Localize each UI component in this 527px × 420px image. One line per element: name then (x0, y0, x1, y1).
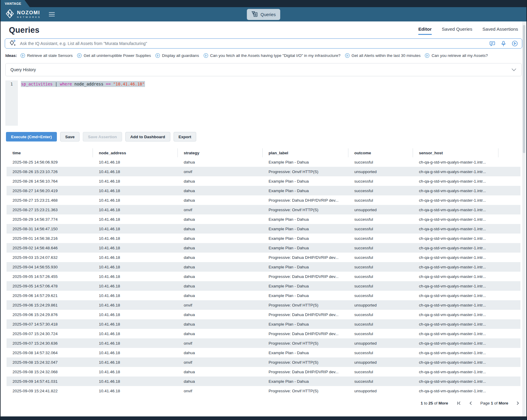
table-cell-node_address: 10.41.46.18 (93, 255, 178, 260)
table-row[interactable]: 2025-08-27 14:56:20.41910.41.46.18dahuaE… (7, 186, 520, 195)
execute-button[interactable]: Execute (Cmd+Enter) (6, 132, 57, 141)
table-row[interactable]: 2025-09-05 14:57:26.45510.41.46.18dahuaP… (7, 272, 520, 281)
table-row[interactable]: 2025-09-07 15:24:30.63610.41.46.18onvifP… (7, 338, 520, 348)
table-row[interactable]: 2025-09-06 15:24:29.87610.41.46.18dahuaP… (7, 310, 520, 319)
iq-assistant-input[interactable]: Ask the IQ Assistant, e.g. List all Asse… (5, 38, 522, 49)
table-cell-sensor_host: ch-qa-g-std-vm-qualys-master-1.intr... (413, 360, 498, 365)
scrollbar-thumb[interactable] (523, 25, 525, 153)
save-button[interactable]: Save (60, 132, 80, 141)
column-header-outcome[interactable]: outcome (348, 148, 413, 157)
table-row[interactable]: 2025-09-06 15:24:29.86110.41.46.18onvifP… (7, 300, 520, 310)
table-cell-strategy: dahua (178, 227, 263, 231)
table-cell-strategy: onvif (178, 303, 263, 307)
tab-editor[interactable]: Editor (418, 27, 432, 35)
table-row[interactable]: 2025-08-26 14:56:10.76410.41.46.18dahuaE… (7, 176, 520, 186)
ideas-label: Ideas: (5, 53, 17, 58)
next-page-icon[interactable] (517, 401, 519, 405)
table-row[interactable]: 2025-09-05 14:57:06.47810.41.46.18dahuaE… (7, 281, 520, 291)
column-header-plan-label[interactable]: plan_label (263, 148, 348, 157)
play-circle-icon (425, 53, 430, 58)
table-cell-plan_label: Progressive: Dahua DHIP/DVRIP dev... (263, 370, 348, 374)
idea-suggestion[interactable]: Get all uninterruptible Power Supplies (77, 53, 151, 58)
run-query-icon[interactable] (512, 40, 518, 47)
microphone-icon[interactable] (501, 41, 506, 47)
table-row[interactable]: 2025-09-09 14:57:41.03110.41.46.18dahuaE… (7, 377, 520, 386)
app-window: VANTAGE NOZOMI NETWORKS (0, 0, 527, 420)
table-cell-outcome: successful (348, 284, 413, 288)
previous-page-icon[interactable] (469, 401, 472, 405)
table-cell-outcome: successful (348, 370, 413, 374)
table-cell-time: 2025-09-08 14:57:32.064 (7, 351, 93, 355)
table-row[interactable]: 2025-09-01 14:56:38.21610.41.46.18dahuaE… (7, 234, 520, 243)
browser-tab-vantage[interactable]: VANTAGE (1, 0, 30, 7)
query-code-editor[interactable]: 1 sp_activities | where node_address == … (5, 80, 522, 126)
table-row[interactable]: 2025-09-08 15:24:32.06810.41.46.18dahuaP… (7, 367, 520, 377)
export-button[interactable]: Export (174, 132, 197, 141)
table-row[interactable]: 2025-09-07 15:24:30.72410.41.46.18dahuaP… (7, 329, 520, 338)
nozomi-logo-icon (5, 9, 14, 20)
add-to-dashboard-button[interactable]: Add to Dashboard (125, 132, 170, 141)
column-header-time[interactable]: time (7, 148, 93, 157)
view-tabs: Editor Saved Queries Saved Assertions (418, 27, 518, 35)
table-cell-time: 2025-08-26 14:56:10.764 (7, 179, 93, 183)
table-row[interactable]: 2025-09-09 15:24:41.82210.41.46.18onvifP… (7, 386, 520, 396)
query-history-label: Query History (10, 67, 36, 72)
table-row[interactable]: 2025-08-31 14:56:47.15010.41.46.18dahuaE… (7, 224, 520, 234)
table-row[interactable]: 2025-09-07 14:57:30.41810.41.46.18dahuaE… (7, 319, 520, 329)
column-header-strategy[interactable]: strategy (178, 148, 263, 157)
table-cell-sensor_host: ch-qa-g-std-vm-qualys-master-1.intr... (413, 217, 498, 222)
editor-code-area[interactable]: sp_activities | where node_address == "1… (18, 80, 522, 126)
column-header-sensor-host[interactable]: sensor_host (413, 148, 498, 157)
idea-suggestion[interactable]: Display all guardians (155, 53, 199, 58)
pagination-controls: Page 1 of More (457, 401, 519, 405)
table-row[interactable]: 2025-09-03 15:24:07.63210.41.46.18dahuaP… (7, 253, 520, 262)
main-content: Queries Editor Saved Queries Saved Asser… (1, 21, 526, 416)
table-row[interactable]: 2025-09-06 14:57:29.62110.41.46.18dahuaE… (7, 291, 520, 300)
table-cell-outcome: successful (348, 351, 413, 355)
table-cell-time: 2025-09-06 14:57:29.621 (7, 293, 93, 298)
table-cell-strategy: dahua (178, 217, 263, 222)
table-cell-strategy: dahua (178, 293, 263, 298)
menu-hamburger-icon[interactable] (49, 11, 55, 18)
table-cell-node_address: 10.41.46.18 (93, 208, 178, 212)
chevron-down-icon[interactable] (511, 68, 517, 71)
table-cell-outcome: unsupported (348, 360, 413, 365)
tab-saved-queries[interactable]: Saved Queries (442, 27, 473, 35)
table-cell-time: 2025-09-03 15:24:07.632 (7, 255, 93, 260)
pagination-bar: 1 to 25 of More Page 1 of More (5, 396, 522, 410)
table-cell-node_address: 10.41.46.18 (93, 341, 178, 346)
table-cell-plan_label: Example Plan - Dahua (263, 189, 348, 193)
idea-suggestion[interactable]: Retrieve all stale Sensors (20, 53, 73, 58)
table-row[interactable]: 2025-08-26 15:23:10.72610.41.46.18onvifP… (7, 167, 520, 176)
table-row[interactable]: 2025-09-08 14:57:32.06410.41.46.18dahuaE… (7, 348, 520, 357)
nav-queries-button[interactable]: Queries (247, 9, 280, 20)
table-row[interactable]: 2025-09-08 15:24:32.04710.41.46.18onvifP… (7, 357, 520, 367)
table-cell-node_address: 10.41.46.18 (93, 284, 178, 288)
tab-saved-assertions[interactable]: Saved Assertions (482, 27, 518, 35)
table-cell-plan_label: Progressive: Dahua DHIP/DVRIP dev... (263, 312, 348, 317)
nozomi-logo[interactable]: NOZOMI NETWORKS (5, 9, 41, 20)
table-row[interactable]: 2025-09-04 14:56:55.93010.41.46.18dahuaE… (7, 262, 520, 272)
table-cell-strategy: onvif (178, 208, 263, 212)
table-row[interactable]: 2025-09-02 14:56:48.64610.41.46.18dahuaE… (7, 243, 520, 253)
idea-suggestion[interactable]: Can you fetch all the Assets having type… (203, 53, 341, 58)
table-row[interactable]: 2025-08-27 15:23:21.46810.41.46.18dahuaP… (7, 195, 520, 205)
iq-action-icons (489, 40, 518, 47)
table-cell-strategy: dahua (178, 312, 263, 317)
comment-icon[interactable] (489, 41, 495, 47)
query-history-panel[interactable]: Query History (5, 63, 522, 76)
idea-label: Get all uninterruptible Power Supplies (84, 53, 151, 58)
page-scrollbar[interactable] (522, 21, 526, 416)
table-row[interactable]: 2025-08-25 14:56:06.92910.41.46.18dahuaE… (7, 157, 520, 167)
table-cell-sensor_host: ch-qa-g-std-vm-qualys-master-1.intr... (413, 198, 498, 203)
column-header-node-address[interactable]: node_address (93, 148, 178, 157)
first-page-icon[interactable] (457, 401, 461, 405)
idea-suggestion[interactable]: Get all Alerts within the last 30 minute… (345, 53, 421, 58)
table-cell-plan_label: Example Plan - Dahua (263, 379, 348, 384)
table-row[interactable]: 2025-08-27 15:23:21.36310.41.46.18onvifP… (7, 205, 520, 214)
table-cell-time: 2025-08-27 15:23:21.468 (7, 198, 93, 203)
table-cell-outcome: successful (348, 236, 413, 241)
idea-suggestion[interactable]: Can you retrieve all my Assets? (425, 53, 488, 58)
table-cell-sensor_host: ch-qa-g-std-vm-qualys-master-1.intr... (413, 284, 498, 288)
table-row[interactable]: 2025-08-29 14:56:37.77410.41.46.18dahuaE… (7, 214, 520, 224)
